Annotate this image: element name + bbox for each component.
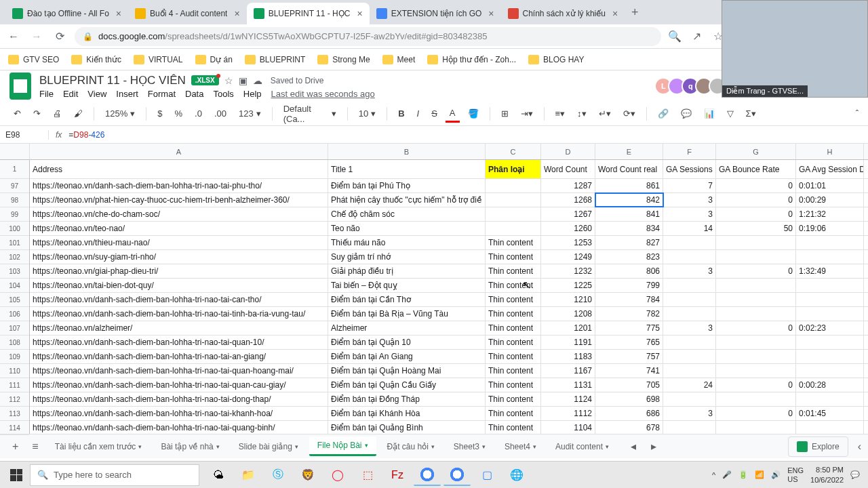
cell[interactable]: Điểm bán tại Quảng Bình bbox=[328, 421, 486, 434]
cell[interactable] bbox=[796, 236, 864, 249]
collaborator-avatars[interactable]: Lq bbox=[658, 77, 726, 95]
row-headers[interactable]: 1979899100101102103104105106107108109110… bbox=[0, 160, 30, 434]
sheet-tab[interactable]: Sheet3 ▾ bbox=[446, 436, 494, 456]
cell[interactable]: 705 bbox=[595, 378, 663, 392]
cell[interactable]: Thin content bbox=[486, 378, 541, 392]
cell[interactable]: Thin content bbox=[486, 350, 541, 363]
taskbar-app-weather[interactable]: 🌤 bbox=[205, 464, 232, 486]
cloud-icon[interactable]: ☁ bbox=[253, 75, 262, 86]
cell[interactable]: https://teonao.vn/teo-nao/ bbox=[30, 222, 328, 235]
cell[interactable] bbox=[663, 250, 716, 264]
cell[interactable]: 1268 bbox=[541, 193, 595, 207]
cell[interactable] bbox=[663, 307, 716, 321]
sheet-tab[interactable]: File Nộp Bài ▾ bbox=[309, 436, 376, 456]
cell[interactable]: Thin content bbox=[486, 307, 541, 321]
row-header[interactable]: 111 bbox=[0, 378, 29, 392]
cell[interactable]: 765 bbox=[595, 336, 663, 349]
last-edit-link[interactable]: Last edit was seconds ago bbox=[271, 89, 375, 99]
taskbar-app-zoom[interactable]: ▢ bbox=[473, 464, 500, 486]
video-call-overlay[interactable]: Diễm Trang - GTVSE... bbox=[722, 0, 868, 98]
cell[interactable] bbox=[663, 279, 716, 292]
column-header[interactable]: H bbox=[796, 144, 864, 159]
cell[interactable]: 3 bbox=[663, 207, 716, 221]
v-align-button[interactable]: ↕▾ bbox=[573, 106, 591, 121]
taskbar-app-brave[interactable]: 🦁 bbox=[294, 464, 321, 486]
wrap-button[interactable]: ↵▾ bbox=[595, 106, 615, 121]
cell[interactable]: 1112 bbox=[541, 407, 595, 420]
header-cell[interactable]: Address bbox=[30, 160, 328, 178]
decimal-decrease-button[interactable]: .0 bbox=[191, 106, 206, 121]
cell[interactable] bbox=[716, 293, 796, 306]
bookmark-item[interactable]: Strong Me bbox=[317, 55, 370, 64]
cell[interactable] bbox=[716, 279, 796, 292]
cell[interactable]: 0:00:29 bbox=[796, 193, 864, 207]
font-dropdown[interactable]: Default (Ca... ▾ bbox=[279, 101, 340, 127]
zoom-icon[interactable]: 🔍 bbox=[668, 30, 682, 43]
browser-tab[interactable]: Buổi 4 - Audit content× bbox=[128, 3, 247, 24]
browser-tab[interactable]: Chính sách xử lý khiếu× bbox=[501, 3, 625, 24]
menu-file[interactable]: File bbox=[39, 89, 54, 99]
cell[interactable] bbox=[716, 336, 796, 349]
cell[interactable]: 841 bbox=[595, 207, 663, 221]
cell[interactable]: Điểm bán tại Phú Thọ bbox=[328, 179, 486, 192]
cell[interactable] bbox=[716, 392, 796, 406]
cell[interactable]: 1225 bbox=[541, 279, 595, 292]
cell[interactable]: https://teonao.vn/danh-sach-diem-ban-loh… bbox=[30, 179, 328, 192]
cell[interactable]: 698 bbox=[595, 392, 663, 406]
cell[interactable]: 1201 bbox=[541, 321, 595, 335]
close-icon[interactable]: × bbox=[488, 8, 494, 19]
comment-button[interactable]: 💬 bbox=[677, 106, 696, 121]
cell[interactable]: 0 bbox=[716, 321, 796, 335]
tray-language[interactable]: ENG US bbox=[787, 466, 804, 483]
tray-clock[interactable]: 8:50 PM 10/6/2022 bbox=[810, 465, 844, 485]
cell[interactable]: 3 bbox=[663, 193, 716, 207]
cell[interactable]: Thin content bbox=[486, 336, 541, 349]
taskbar-app-opera[interactable]: ◯ bbox=[324, 464, 351, 486]
taskbar-app-chrome-1[interactable] bbox=[414, 464, 441, 486]
cell[interactable] bbox=[486, 193, 541, 207]
url-box[interactable]: 🔒 docs.google.com/spreadsheets/d/1wNYICS… bbox=[75, 27, 661, 46]
font-size-dropdown[interactable]: 10 ▾ bbox=[355, 106, 380, 121]
cell[interactable]: 1104 bbox=[541, 421, 595, 434]
bookmark-item[interactable]: BLOG HAY bbox=[528, 55, 584, 64]
sheet-tab[interactable]: Sheet4 ▾ bbox=[496, 436, 545, 456]
chevron-down-icon[interactable]: ▾ bbox=[216, 443, 220, 450]
column-header[interactable]: G bbox=[716, 144, 796, 159]
cell[interactable]: 3 bbox=[663, 264, 716, 278]
cell[interactable] bbox=[796, 364, 864, 378]
cell[interactable]: Thin content bbox=[486, 321, 541, 335]
cell[interactable] bbox=[663, 392, 716, 406]
cell[interactable]: 1208 bbox=[541, 307, 595, 321]
cell[interactable]: Điểm bán tại Khánh Hòa bbox=[328, 407, 486, 420]
taskbar-app-skype[interactable]: Ⓢ bbox=[264, 464, 292, 486]
cell[interactable]: Tai biến – Đột quỵ bbox=[328, 279, 486, 292]
chevron-down-icon[interactable]: ▾ bbox=[533, 443, 536, 450]
bold-button[interactable]: B bbox=[394, 106, 408, 121]
cell[interactable] bbox=[663, 421, 716, 434]
sheets-logo-icon[interactable] bbox=[9, 73, 31, 100]
cell[interactable]: https://teonao.vn/phat-hien-cay-thuoc-cu… bbox=[30, 193, 328, 207]
cell[interactable]: Điểm bán tại Đồng Tháp bbox=[328, 392, 486, 406]
sheet-tab[interactable]: Audit content ▾ bbox=[547, 436, 617, 456]
row-header[interactable]: 1 bbox=[0, 160, 29, 179]
collapse-toolbar-button[interactable]: ˆ bbox=[856, 108, 859, 119]
row-header[interactable]: 98 bbox=[0, 193, 29, 207]
cell[interactable]: Thin content bbox=[486, 293, 541, 306]
forward-button[interactable]: → bbox=[28, 30, 45, 43]
cell[interactable]: https://teonao.vn/alzheimer/ bbox=[30, 321, 328, 335]
strikethrough-button[interactable]: S bbox=[427, 106, 441, 121]
cell[interactable] bbox=[716, 350, 796, 363]
cell[interactable]: 842 bbox=[595, 193, 663, 207]
column-header[interactable]: B bbox=[328, 144, 486, 159]
column-header[interactable]: E bbox=[595, 144, 663, 159]
fill-color-button[interactable]: 🪣 bbox=[464, 106, 483, 121]
row-header[interactable]: 99 bbox=[0, 207, 29, 222]
cell[interactable]: Thin content bbox=[486, 250, 541, 264]
sheet-nav-next[interactable]: ▸ bbox=[646, 437, 662, 455]
cell[interactable] bbox=[716, 250, 796, 264]
cell[interactable]: 0 bbox=[716, 407, 796, 420]
chevron-down-icon[interactable]: ▾ bbox=[606, 443, 609, 450]
cell[interactable]: https://teonao.vn/danh-sach-diem-ban-loh… bbox=[30, 293, 328, 306]
cell[interactable]: Chế độ chăm sóc bbox=[328, 207, 486, 221]
cell[interactable] bbox=[716, 307, 796, 321]
